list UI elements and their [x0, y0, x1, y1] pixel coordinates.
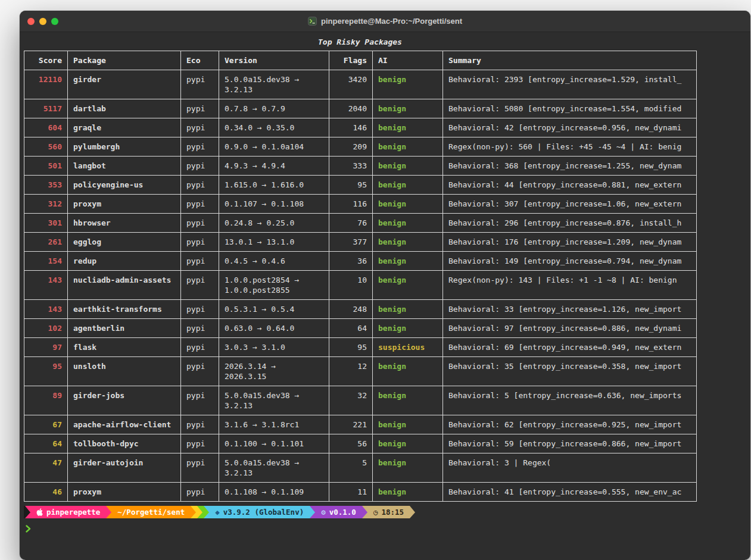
- statusbar-segment-cwd: ~/Porgetti/sent: [111, 506, 191, 518]
- statusbar-segment-python-env: ◆v3.9.2 (GlobalEnv): [209, 506, 310, 518]
- cell-flags: 11: [329, 483, 373, 502]
- powerline-separator: [106, 506, 111, 518]
- cell-summary: Behavioral: 44 [entropy_increase=0.881, …: [443, 176, 697, 195]
- cell-score: 12110: [24, 70, 68, 99]
- cell-summary: Behavioral: 69 [entropy_increase=0.949, …: [443, 338, 697, 357]
- cell-version: 3.0.3 → 3.1.0: [219, 338, 329, 357]
- close-button[interactable]: [27, 18, 35, 25]
- table-row: 560pylumberghpypi0.9.0 → 0.1.0a104209ben…: [24, 137, 697, 157]
- title-bar[interactable]: pinperepette@Mac-Pro:~/Porgetti/sent: [20, 11, 750, 32]
- cell-package: girder: [68, 70, 181, 99]
- window-title-wrap: pinperepette@Mac-Pro:~/Porgetti/sent: [308, 17, 462, 26]
- cell-flags: 76: [329, 214, 373, 233]
- cell-summary: Behavioral: 5 [entropy_increase=0.636, n…: [443, 386, 697, 415]
- cell-score: 261: [24, 233, 68, 252]
- cell-package: unsloth: [68, 357, 181, 386]
- table-row: 604graqlepypi0.34.0 → 0.35.0146benignBeh…: [24, 118, 697, 137]
- cell-flags: 95: [329, 338, 373, 357]
- status-bar: pinperepette~/Porgetti/sent◆v3.9.2 (Glob…: [24, 506, 415, 518]
- cell-score: 143: [24, 300, 68, 319]
- cell-version: 0.1.108 → 0.1.109: [219, 483, 329, 502]
- table-body: 12110girderpypi5.0.0a15.dev38 → 3.2.1334…: [24, 70, 697, 502]
- cell-version: 1.0.0.post2854 → 1.0.0.post2855: [219, 271, 329, 300]
- cell-package: girder-autojoin: [68, 453, 181, 483]
- cell-summary: Behavioral: 2393 [entropy_increase=1.529…: [443, 70, 697, 99]
- cell-flags: 64: [329, 319, 373, 338]
- cell-version: 0.9.0 → 0.1.0a104: [219, 137, 329, 157]
- cell-eco: pypi: [181, 357, 219, 386]
- cell-score: 5117: [24, 99, 68, 118]
- cell-eco: pypi: [181, 99, 219, 118]
- cell-score: 312: [24, 195, 68, 214]
- column-header-version: Version: [219, 51, 329, 70]
- statusbar-label-cwd: ~/Porgetti/sent: [117, 506, 185, 518]
- powerline-separator: [197, 506, 202, 518]
- cell-package: policyengine-us: [68, 176, 181, 195]
- cell-eco: pypi: [181, 300, 219, 319]
- cell-eco: pypi: [181, 434, 219, 453]
- cell-version: 5.0.0a15.dev38 → 3.2.13: [219, 70, 329, 99]
- cell-score: 97: [24, 338, 68, 357]
- cell-flags: 32: [329, 386, 373, 415]
- table-row: 67apache-airflow-clientpypi3.1.6 → 3.1.8…: [24, 415, 697, 434]
- cell-package: graqle: [68, 118, 181, 137]
- column-header-flags: Flags: [329, 51, 373, 70]
- cell-version: 0.34.0 → 0.35.0: [219, 118, 329, 137]
- table-row: 353policyengine-uspypi1.615.0 → 1.616.09…: [24, 176, 697, 195]
- cell-ai: benign: [373, 252, 443, 271]
- cell-eco: pypi: [181, 319, 219, 338]
- cell-eco: pypi: [181, 271, 219, 300]
- cell-summary: Behavioral: 307 [entropy_increase=1.06, …: [443, 195, 697, 214]
- table-row: 143nucliadb-admin-assetspypi1.0.0.post28…: [24, 271, 697, 300]
- cell-flags: 2040: [329, 99, 373, 118]
- cell-eco: pypi: [181, 453, 219, 483]
- cell-version: 2026.3.14 → 2026.3.15: [219, 357, 329, 386]
- cell-package: earthkit-transforms: [68, 300, 181, 319]
- cell-package: proxym: [68, 195, 181, 214]
- cell-package: flask: [68, 338, 181, 357]
- cell-summary: Behavioral: 3 | Regex(: [443, 453, 697, 483]
- cell-score: 501: [24, 157, 68, 176]
- cell-summary: Behavioral: 42 [entropy_increase=0.956, …: [443, 118, 697, 137]
- cell-summary: Behavioral: 33 [entropy_increase=1.126, …: [443, 300, 697, 319]
- powerline-separator: [310, 506, 315, 518]
- statusbar-label-python-env: v3.9.2 (GlobalEnv): [223, 506, 304, 518]
- terminal-window: pinperepette@Mac-Pro:~/Porgetti/sent Top…: [20, 11, 750, 560]
- cell-eco: pypi: [181, 252, 219, 271]
- cell-flags: 56: [329, 434, 373, 453]
- apple-icon: [36, 508, 43, 516]
- diamond-icon: ◆: [215, 506, 220, 518]
- cell-score: 604: [24, 118, 68, 137]
- cell-summary: Behavioral: 97 [entropy_increase=0.886, …: [443, 319, 697, 338]
- table-row: 143earthkit-transformspypi0.5.3.1 → 0.5.…: [24, 300, 697, 319]
- cell-score: 89: [24, 386, 68, 415]
- cell-ai: benign: [373, 434, 443, 453]
- prompt-line[interactable]: [24, 523, 31, 534]
- cell-score: 353: [24, 176, 68, 195]
- powerline-separator: [191, 506, 196, 518]
- cell-eco: pypi: [181, 118, 219, 137]
- column-header-summary: Summary: [443, 51, 697, 70]
- powerline-separator: [410, 506, 415, 518]
- cell-ai: benign: [373, 195, 443, 214]
- zoom-button[interactable]: [51, 18, 58, 25]
- cell-version: 0.7.8 → 0.7.9: [219, 99, 329, 118]
- cell-eco: pypi: [181, 137, 219, 157]
- cell-score: 301: [24, 214, 68, 233]
- cell-score: 102: [24, 319, 68, 338]
- cell-summary: Behavioral: 296 [entropy_increase=0.876,…: [443, 214, 697, 233]
- cell-flags: 36: [329, 252, 373, 271]
- cell-eco: pypi: [181, 415, 219, 434]
- cell-version: 3.1.6 → 3.1.8rc1: [219, 415, 329, 434]
- statusbar-segment-app-version: ⚙v0.1.0: [315, 506, 362, 518]
- cell-package: pylumbergh: [68, 137, 181, 157]
- statusbar-label-time: 18:15: [381, 506, 404, 518]
- cell-summary: Behavioral: 41 [entropy_increase=0.555, …: [443, 483, 697, 502]
- cell-version: 0.1.100 → 0.1.101: [219, 434, 329, 453]
- cell-summary: Behavioral: 35 [entropy_increase=0.358, …: [443, 357, 697, 386]
- cell-ai: benign: [373, 357, 443, 386]
- cell-package: egglog: [68, 233, 181, 252]
- cell-ai: benign: [373, 118, 443, 137]
- minimize-button[interactable]: [39, 18, 46, 25]
- cell-score: 95: [24, 357, 68, 386]
